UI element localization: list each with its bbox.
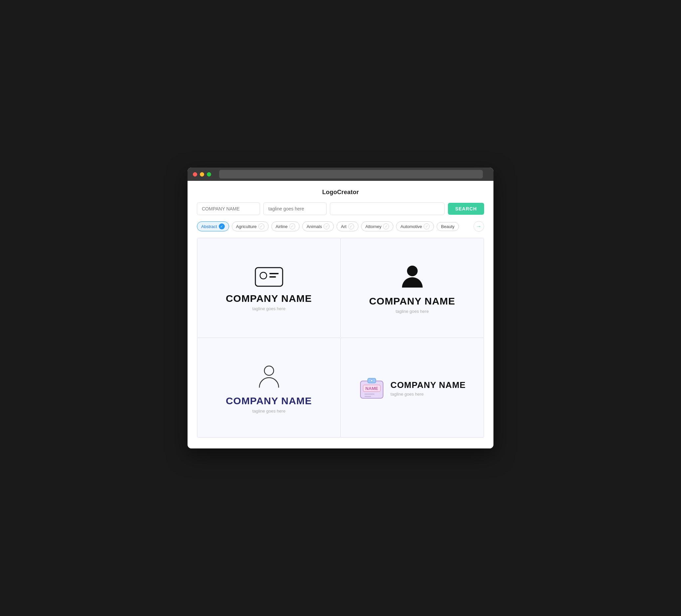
svg-point-1 <box>260 272 267 279</box>
svg-rect-0 <box>255 267 283 286</box>
extra-input[interactable] <box>330 202 445 215</box>
company-name-input[interactable] <box>197 202 260 215</box>
tagline-input[interactable] <box>263 202 327 215</box>
filter-bar: Abstract ✓ Agriculture ✓ Airline ✓ Anima… <box>197 221 484 232</box>
logo-tagline-1: tagline goes here <box>252 306 286 311</box>
filter-label-beauty: Beauty <box>441 224 454 229</box>
logo-company-name-4: COMPANY NAME <box>390 380 465 390</box>
filter-check-abstract: ✓ <box>219 223 225 229</box>
browser-window: LogoCreator SEARCH Abstract ✓ Agricultur… <box>187 168 494 448</box>
logo-tagline-4: tagline goes here <box>390 392 465 396</box>
horizontal-logo-layout: NAME COMPANY NAME tagline goes here <box>358 375 465 402</box>
logo-card-4[interactable]: NAME COMPANY NAME tagline goes here <box>340 338 484 437</box>
svg-rect-11 <box>364 393 374 394</box>
horizontal-text-group: COMPANY NAME tagline goes here <box>390 380 465 396</box>
svg-rect-12 <box>364 396 371 397</box>
filter-chip-airline[interactable]: Airline ✓ <box>271 222 300 231</box>
person-outline-icon <box>257 363 281 390</box>
filter-chip-automotive[interactable]: Automotive ✓ <box>396 222 434 231</box>
logo-grid: COMPANY NAME tagline goes here COMPANY N… <box>197 238 484 438</box>
filter-chip-beauty[interactable]: Beauty <box>436 222 458 231</box>
search-button[interactable]: SEARCH <box>448 203 484 215</box>
filter-label-art: Art <box>341 224 347 229</box>
filter-label-airline: Airline <box>276 224 287 229</box>
filter-label-animals: Animals <box>307 224 322 229</box>
close-button-icon[interactable] <box>193 172 197 177</box>
filter-check-art: ✓ <box>348 223 354 229</box>
logo-tagline-3: tagline goes here <box>252 409 286 414</box>
filter-chip-animals[interactable]: Animals ✓ <box>302 222 334 231</box>
filter-label-agriculture: Agriculture <box>236 224 257 229</box>
filter-chip-agriculture[interactable]: Agriculture ✓ <box>232 222 269 231</box>
filter-chip-attorney[interactable]: Attorney ✓ <box>361 222 394 231</box>
logo-company-name-2: COMPANY NAME <box>369 296 455 307</box>
logo-card-3[interactable]: COMPANY NAME tagline goes here <box>197 338 340 437</box>
filter-chip-art[interactable]: Art ✓ <box>336 222 358 231</box>
filter-label-attorney: Attorney <box>365 224 381 229</box>
search-bar: SEARCH <box>197 202 484 215</box>
maximize-button-icon[interactable] <box>207 172 211 177</box>
filter-check-automotive: ✓ <box>424 223 430 229</box>
filter-check-attorney: ✓ <box>383 223 389 229</box>
id-card-icon <box>254 266 284 287</box>
filter-next-button[interactable]: → <box>474 221 484 232</box>
svg-point-8 <box>371 380 373 382</box>
minimize-button-icon[interactable] <box>200 172 204 177</box>
logo-company-name-3: COMPANY NAME <box>226 395 312 407</box>
svg-text:NAME: NAME <box>365 386 378 391</box>
browser-titlebar <box>187 168 494 181</box>
filter-label-abstract: Abstract <box>201 224 217 229</box>
filter-chip-abstract[interactable]: Abstract ✓ <box>197 222 229 231</box>
name-badge-icon: NAME <box>358 375 385 402</box>
filter-check-agriculture: ✓ <box>258 223 264 229</box>
svg-point-5 <box>264 366 274 375</box>
filter-label-automotive: Automotive <box>400 224 422 229</box>
svg-rect-2 <box>269 273 279 274</box>
logo-tagline-2: tagline goes here <box>396 309 429 314</box>
svg-point-4 <box>407 265 418 276</box>
svg-rect-3 <box>269 276 276 278</box>
filter-check-animals: ✓ <box>324 223 330 229</box>
person-silhouette-icon <box>401 264 424 290</box>
address-bar[interactable] <box>219 170 483 179</box>
app-title: LogoCreator <box>197 189 484 196</box>
app-content: LogoCreator SEARCH Abstract ✓ Agricultur… <box>187 181 494 448</box>
logo-company-name-1: COMPANY NAME <box>226 293 312 304</box>
logo-card-2[interactable]: COMPANY NAME tagline goes here <box>340 238 484 338</box>
logo-card-1[interactable]: COMPANY NAME tagline goes here <box>197 238 340 338</box>
filter-check-airline: ✓ <box>289 223 295 229</box>
